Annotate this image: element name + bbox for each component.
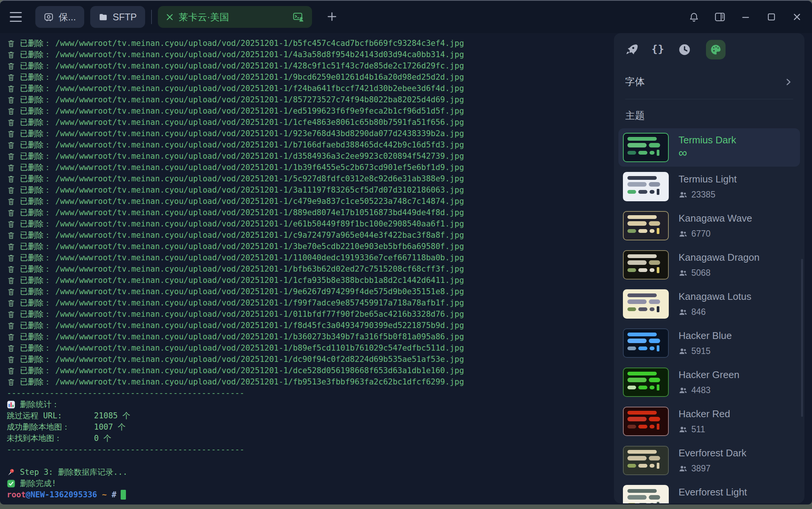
- theme-thumbnail: [623, 368, 669, 397]
- theme-name: Termius Dark: [679, 134, 736, 146]
- close-tab-icon[interactable]: [165, 13, 174, 21]
- theme-thumbnail: [623, 446, 669, 475]
- prompt-host: @NEW-1362095336: [26, 489, 97, 500]
- theme-name: Hacker Green: [679, 369, 739, 381]
- font-section-row[interactable]: 字体: [625, 75, 793, 88]
- theme-info: Hacker Green 4483 ∞: [679, 368, 739, 397]
- sidebar-divider: [625, 99, 793, 99]
- variables-button[interactable]: {}: [651, 49, 665, 51]
- tab-vault[interactable]: 保...: [35, 6, 84, 28]
- appearance-tab-active[interactable]: [706, 40, 726, 59]
- tab-label: 保...: [59, 11, 76, 23]
- theme-item[interactable]: Everforest Light ∞: [618, 480, 800, 503]
- deleted-label: 已删除：: [20, 60, 52, 71]
- theme-item[interactable]: Hacker Red 511 ∞: [618, 402, 800, 441]
- deleted-label: 已删除：: [20, 365, 52, 376]
- step-text: Step 3: 删除数据库记录...: [20, 466, 127, 478]
- deleted-label: 已删除：: [20, 139, 52, 150]
- theme-item[interactable]: Hacker Green 4483 ∞: [618, 363, 800, 401]
- toggle-panel-button[interactable]: [714, 11, 726, 23]
- theme-item[interactable]: Termius Dark ∞: [618, 128, 800, 167]
- termius-window: 保... SFTP 莱卡云·美国: [0, 0, 812, 504]
- trash-icon: [7, 333, 15, 341]
- terminal-deleted-line: 已删除： /www/wwwroot/tv.meinan.cyou/upload/…: [7, 71, 606, 83]
- trash-icon: [7, 355, 15, 364]
- trash-icon: [7, 141, 15, 149]
- theme-item[interactable]: Everforest Dark 3897 ∞: [618, 441, 800, 480]
- stats-list: 跳过远程 URL: 21085 个 成功删除本地图： 1007 个 未找到本地图…: [7, 410, 606, 444]
- theme-info: Hacker Blue 5915 ∞: [679, 328, 732, 358]
- stat-line: 成功删除本地图： 1007 个: [7, 421, 606, 433]
- deleted-label: 已删除：: [20, 342, 52, 354]
- history-button[interactable]: [678, 43, 691, 56]
- trash-icon: [7, 50, 15, 59]
- deleted-label: 已删除：: [20, 308, 52, 320]
- theme-item[interactable]: Kanagawa Lotus 846 ∞: [618, 285, 800, 323]
- theme-item[interactable]: Termius Light 23385 ∞: [618, 167, 800, 206]
- theme-user-count: 6770: [691, 229, 710, 239]
- users-icon: [679, 269, 688, 278]
- deleted-path: /www/wwwroot/tv.meinan.cyou/upload/vod/2…: [55, 308, 464, 320]
- theme-info: Termius Dark ∞: [679, 133, 736, 162]
- close-icon: [792, 12, 802, 22]
- deleted-label: 已删除：: [20, 263, 52, 275]
- terminal-deleted-line: 已删除： /www/wwwroot/tv.meinan.cyou/upload/…: [7, 376, 606, 387]
- terminal-deleted-line: 已删除： /www/wwwroot/tv.meinan.cyou/upload/…: [7, 49, 606, 60]
- deleted-path: /www/wwwroot/tv.meinan.cyou/upload/vod/2…: [55, 354, 464, 365]
- sidebar-toolbar: {}: [625, 40, 793, 59]
- terminal-deleted-line: 已删除： /www/wwwroot/tv.meinan.cyou/upload/…: [7, 308, 606, 320]
- rocket-icon: [625, 43, 638, 56]
- sidebar-scrollbar-thumb[interactable]: [801, 259, 803, 417]
- users-icon: [679, 190, 688, 199]
- stat-line: 跳过远程 URL: 21085 个: [7, 410, 606, 421]
- close-button[interactable]: [791, 11, 803, 23]
- trash-icon: [7, 118, 15, 127]
- terminal-deleted-line: 已删除： /www/wwwroot/tv.meinan.cyou/upload/…: [7, 241, 606, 252]
- terminal-deleted-line: 已删除： /www/wwwroot/tv.meinan.cyou/upload/…: [7, 60, 606, 71]
- theme-user-count-row: 6770: [679, 229, 752, 239]
- new-tab-button[interactable]: [325, 9, 339, 25]
- theme-info: Hacker Red 511 ∞: [679, 407, 730, 436]
- terminal-deleted-line: 已删除： /www/wwwroot/tv.meinan.cyou/upload/…: [7, 150, 606, 162]
- deleted-label: 已删除：: [20, 117, 52, 128]
- theme-item[interactable]: Kanagawa Dragon 5068 ∞: [618, 246, 800, 284]
- trash-icon: [7, 344, 15, 353]
- trash-icon: [7, 254, 15, 262]
- terminal-deleted-line: 已删除： /www/wwwroot/tv.meinan.cyou/upload/…: [7, 275, 606, 286]
- theme-user-count-row: 5915: [679, 346, 732, 356]
- deleted-label: 已删除：: [20, 354, 52, 365]
- menu-button[interactable]: [9, 11, 23, 23]
- tab-sftp[interactable]: SFTP: [90, 6, 145, 28]
- stat-label: 跳过远程 URL:: [7, 410, 94, 421]
- theme-item[interactable]: Hacker Blue 5915 ∞: [618, 324, 800, 362]
- snippets-button[interactable]: [625, 43, 638, 56]
- notifications-button[interactable]: [688, 11, 700, 23]
- plus-icon: [326, 11, 338, 22]
- stat-value: 0 个: [94, 433, 111, 444]
- deleted-label: 已删除：: [20, 94, 52, 105]
- sidebar-layout-icon: [714, 11, 726, 23]
- maximize-icon: [766, 12, 777, 22]
- prompt-path: ~: [102, 489, 107, 500]
- theme-name: Termius Light: [679, 173, 737, 185]
- maximize-button[interactable]: [765, 11, 777, 23]
- terminal-deleted-line: 已删除： /www/wwwroot/tv.meinan.cyou/upload/…: [7, 139, 606, 150]
- trash-icon: [7, 220, 15, 228]
- deleted-label: 已删除：: [20, 297, 52, 308]
- infinity-icon: ∞: [679, 149, 736, 156]
- terminal-deleted-line: 已删除： /www/wwwroot/tv.meinan.cyou/upload/…: [7, 196, 606, 207]
- theme-user-count: 846: [691, 307, 706, 317]
- deleted-label: 已删除：: [20, 49, 52, 60]
- shell-prompt[interactable]: root@NEW-1362095336 ~ #: [7, 489, 606, 500]
- theme-item[interactable]: Kanagawa Wave 6770 ∞: [618, 207, 800, 245]
- terminal[interactable]: 已删除： /www/wwwroot/tv.meinan.cyou/upload/…: [0, 33, 606, 505]
- deleted-file-list: 已删除： /www/wwwroot/tv.meinan.cyou/upload/…: [7, 38, 606, 387]
- deleted-label: 已删除：: [20, 252, 52, 263]
- deleted-label: 已删除：: [20, 128, 52, 139]
- theme-info: Everforest Dark 3897 ∞: [679, 446, 747, 475]
- theme-thumbnail: [623, 289, 669, 319]
- tab-active-host[interactable]: 莱卡云·美国: [158, 6, 312, 28]
- terminal-deleted-line: 已删除： /www/wwwroot/tv.meinan.cyou/upload/…: [7, 207, 606, 218]
- minimize-button[interactable]: [740, 11, 752, 23]
- deleted-path: /www/wwwroot/tv.meinan.cyou/upload/vod/2…: [55, 38, 464, 49]
